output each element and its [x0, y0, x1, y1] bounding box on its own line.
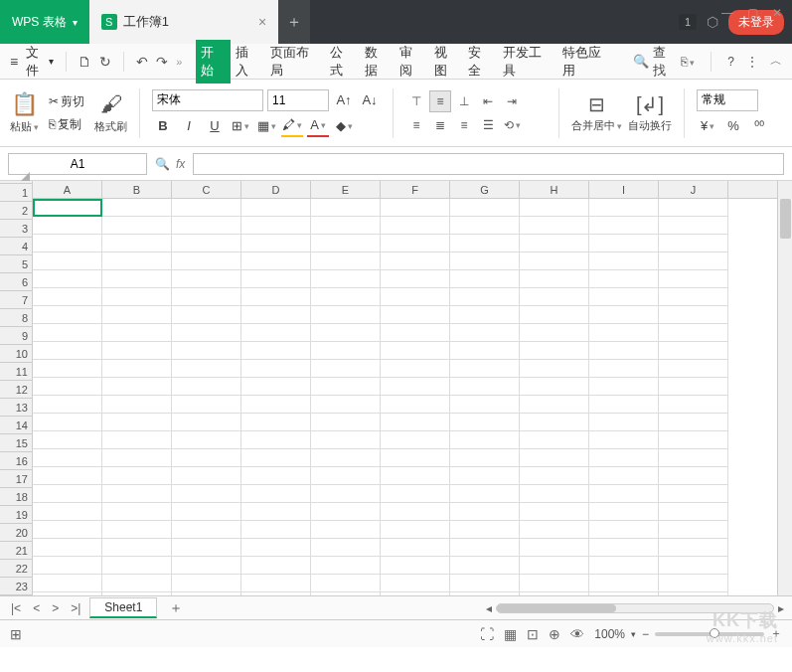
cell[interactable]	[659, 270, 728, 288]
kebab-icon[interactable]: ⋮	[746, 55, 758, 69]
skin-icon[interactable]: ⬡	[707, 14, 718, 30]
cell[interactable]	[659, 360, 728, 378]
cell[interactable]	[381, 306, 450, 324]
column-header[interactable]: A	[33, 181, 102, 199]
cell[interactable]	[102, 431, 172, 449]
cell[interactable]	[659, 557, 728, 575]
cell[interactable]	[172, 431, 241, 449]
page-view-icon[interactable]: ⊡	[527, 626, 539, 642]
cell[interactable]	[450, 449, 520, 467]
cell[interactable]	[241, 521, 311, 539]
cell[interactable]	[33, 199, 102, 217]
cell[interactable]	[381, 539, 450, 557]
cell[interactable]	[520, 485, 589, 503]
align-left-icon[interactable]: ≡	[405, 114, 427, 136]
row-header[interactable]: 14	[0, 417, 32, 434]
tab-review[interactable]: 审阅	[395, 40, 429, 84]
print-icon[interactable]: ↻	[99, 54, 111, 70]
cell[interactable]	[241, 539, 311, 557]
cell[interactable]	[311, 252, 381, 270]
column-header[interactable]: G	[450, 181, 520, 199]
cell[interactable]	[450, 431, 520, 449]
cell[interactable]	[381, 592, 450, 595]
cell[interactable]	[659, 414, 728, 431]
row-header[interactable]: 20	[0, 524, 32, 542]
fullscreen-icon[interactable]: ⛶	[480, 626, 494, 642]
cell[interactable]	[241, 199, 311, 217]
cell[interactable]	[381, 521, 450, 539]
fill-color-button[interactable]: ▦	[255, 115, 277, 137]
cell[interactable]	[172, 270, 241, 288]
bold-button[interactable]: B	[152, 115, 174, 137]
cell[interactable]	[450, 521, 520, 539]
cell[interactable]	[450, 270, 520, 288]
cell[interactable]	[311, 342, 381, 360]
align-right-icon[interactable]: ≡	[453, 114, 475, 136]
cell[interactable]	[102, 449, 172, 467]
sheet-nav-first[interactable]: |<	[8, 601, 24, 615]
cell[interactable]	[172, 503, 241, 521]
cell[interactable]	[241, 414, 311, 431]
cell[interactable]	[520, 467, 589, 485]
tab-formula[interactable]: 公式	[325, 40, 360, 84]
cell[interactable]	[33, 217, 102, 235]
cell[interactable]	[102, 503, 172, 521]
italic-button[interactable]: I	[178, 115, 200, 137]
cell[interactable]	[659, 288, 728, 306]
align-top-icon[interactable]: ⊤	[405, 90, 427, 112]
cell[interactable]	[172, 396, 241, 414]
cell[interactable]	[172, 217, 241, 235]
sheet-nav-last[interactable]: >|	[68, 601, 83, 615]
cell[interactable]	[172, 235, 241, 252]
close-window-icon[interactable]: ✕	[772, 6, 782, 20]
formula-input[interactable]	[193, 153, 784, 175]
cell[interactable]	[241, 485, 311, 503]
hamburger-icon[interactable]: ≡	[10, 54, 18, 70]
cell[interactable]	[520, 431, 589, 449]
border-button[interactable]: ⊞	[230, 115, 251, 137]
cell[interactable]	[102, 539, 172, 557]
cell[interactable]	[381, 396, 450, 414]
notification-badge[interactable]: 1	[679, 14, 697, 30]
cell[interactable]	[381, 252, 450, 270]
increase-font-icon[interactable]: A↑	[333, 89, 355, 111]
cell[interactable]	[102, 592, 172, 595]
cell[interactable]	[659, 396, 728, 414]
row-header[interactable]: 10	[0, 345, 32, 363]
zoom-slider[interactable]	[655, 632, 764, 636]
cell[interactable]	[450, 217, 520, 235]
cell[interactable]	[381, 414, 450, 431]
cell[interactable]	[241, 378, 311, 396]
cell[interactable]	[33, 521, 102, 539]
cell[interactable]	[241, 217, 311, 235]
cell[interactable]	[589, 199, 659, 217]
format-painter-button[interactable]: 格式刷	[94, 119, 127, 134]
cell[interactable]	[311, 557, 381, 575]
cell[interactable]	[589, 575, 659, 592]
zoom-out-button[interactable]: −	[642, 627, 649, 641]
row-header[interactable]: 5	[0, 255, 32, 273]
cell[interactable]	[311, 539, 381, 557]
cell[interactable]	[381, 217, 450, 235]
cell[interactable]	[520, 360, 589, 378]
cell[interactable]	[520, 503, 589, 521]
cell[interactable]	[172, 449, 241, 467]
percent-icon[interactable]: %	[722, 115, 744, 137]
cell[interactable]	[102, 217, 172, 235]
cell[interactable]	[311, 414, 381, 431]
cell[interactable]	[659, 503, 728, 521]
fx-icon[interactable]: fx	[176, 157, 185, 171]
cell[interactable]	[33, 592, 102, 595]
cell[interactable]	[172, 467, 241, 485]
cell[interactable]	[311, 324, 381, 342]
cell[interactable]	[172, 485, 241, 503]
cell[interactable]	[102, 378, 172, 396]
row-header[interactable]: 11	[0, 363, 32, 381]
cell[interactable]	[659, 539, 728, 557]
redo-icon[interactable]: ↷	[156, 54, 168, 70]
cell[interactable]	[241, 431, 311, 449]
cell[interactable]	[450, 557, 520, 575]
cell[interactable]	[589, 503, 659, 521]
cell[interactable]	[172, 521, 241, 539]
cell[interactable]	[102, 557, 172, 575]
